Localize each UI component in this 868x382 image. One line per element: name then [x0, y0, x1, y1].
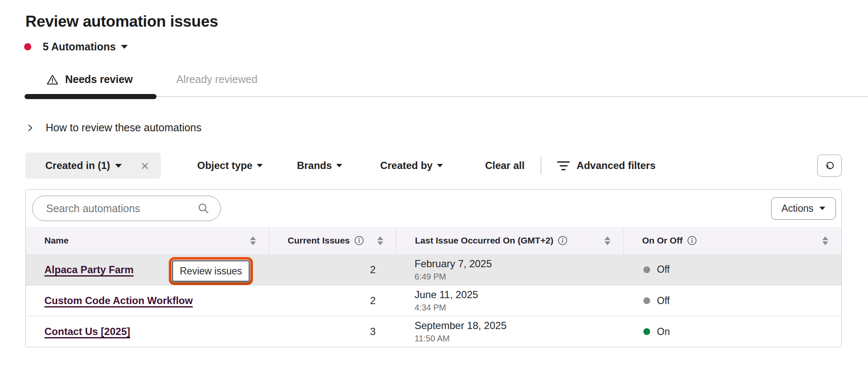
chevron-right-icon	[26, 124, 34, 132]
column-label: Last Issue Occurred On (GMT+2)	[415, 235, 553, 246]
search-wrap	[32, 196, 221, 221]
column-header-current-issues: Current Issues	[269, 227, 396, 254]
search-input[interactable]	[32, 196, 221, 221]
status-label: Off	[657, 264, 670, 275]
filter-object-type-label: Object type	[197, 160, 253, 172]
chevron-down-icon	[257, 164, 263, 167]
filter-created-by[interactable]: Created by	[380, 160, 443, 172]
current-issues-value: 2	[269, 254, 396, 285]
last-issue-time: 11:50 AM	[415, 334, 450, 343]
automations-table-card: Actions Name Current Issues	[25, 189, 842, 347]
column-header-on-or-off: On Or Off	[623, 227, 841, 254]
column-header-last-issue: Last Issue Occurred On (GMT+2)	[396, 227, 623, 254]
column-header-name: Name	[26, 227, 269, 254]
reset-view-button[interactable]	[817, 155, 842, 177]
chevron-down-icon	[121, 45, 128, 49]
review-issues-highlight-box: Review issues	[169, 257, 253, 285]
sort-toggle[interactable]	[250, 236, 256, 245]
chevron-down-icon	[336, 164, 342, 167]
warning-icon	[47, 74, 58, 85]
status-label: Off	[657, 295, 670, 307]
chevron-down-icon	[437, 164, 443, 167]
last-issue-time: 6:49 PM	[415, 272, 446, 282]
tab-bar: Needs review Already reviewed	[47, 73, 868, 86]
info-icon[interactable]	[558, 235, 568, 246]
filter-brands[interactable]: Brands	[297, 160, 342, 172]
undo-icon	[824, 160, 835, 172]
automation-count-dropdown[interactable]: 5 Automations	[24, 41, 868, 53]
info-icon[interactable]	[354, 235, 364, 246]
tab-needs-review[interactable]: Needs review	[47, 73, 133, 86]
table-toolbar: Actions	[26, 190, 841, 227]
last-issue-date: June 11, 2025	[415, 289, 478, 301]
column-label: On Or Off	[642, 235, 683, 246]
active-tab-indicator	[25, 94, 157, 99]
tab-underline	[0, 94, 868, 100]
remove-filter-icon[interactable]: ×	[140, 158, 149, 173]
page-title: Review automation issues	[25, 13, 868, 30]
filter-created-in[interactable]: Created in (1) ×	[25, 152, 161, 179]
status-dot	[643, 297, 650, 304]
current-issues-value: 2	[269, 285, 396, 316]
advanced-filters-label: Advanced filters	[577, 160, 656, 172]
review-automation-issues-page: Review automation issues 5 Automations N…	[0, 13, 868, 382]
review-issues-button[interactable]: Review issues	[172, 260, 250, 282]
current-issues-value: 3	[269, 316, 396, 347]
column-label: Name	[44, 235, 69, 246]
howto-label: How to review these automations	[46, 122, 201, 134]
tab-already-reviewed[interactable]: Already reviewed	[176, 73, 258, 86]
table-row: Alpaca Party Farm Review issues 2 Februa…	[26, 254, 841, 285]
divider	[541, 157, 541, 174]
last-issue-date: September 18, 2025	[415, 320, 507, 332]
tab-label: Already reviewed	[176, 73, 258, 86]
filter-created-by-label: Created by	[380, 160, 433, 172]
tab-label: Needs review	[65, 73, 133, 86]
actions-button[interactable]: Actions	[771, 197, 836, 220]
clear-all-button[interactable]: Clear all	[485, 160, 525, 172]
filter-bar: Created in (1) × Object type Brands Crea…	[25, 152, 868, 179]
search-icon	[197, 202, 210, 215]
last-issue-time: 4:34 PM	[415, 303, 446, 313]
howto-disclosure[interactable]: How to review these automations	[26, 122, 868, 134]
clear-all-label: Clear all	[485, 160, 525, 172]
table-header-row: Name Current Issues Last Issue Occurred …	[26, 227, 841, 254]
automation-count-label: 5 Automations	[43, 41, 116, 53]
sort-toggle[interactable]	[822, 236, 828, 245]
chevron-down-icon	[819, 207, 825, 210]
advanced-filters-button[interactable]: Advanced filters	[557, 160, 656, 172]
status-label: On	[657, 326, 670, 338]
info-icon[interactable]	[687, 235, 697, 246]
automation-link[interactable]: Contact Us [2025]	[44, 326, 130, 338]
column-label: Current Issues	[288, 235, 350, 246]
automation-link[interactable]: Alpaca Party Farm	[44, 264, 134, 276]
red-dot-icon	[24, 43, 31, 50]
last-issue-date: February 7, 2025	[415, 258, 492, 270]
automation-link[interactable]: Custom Code Action Workflow	[44, 295, 193, 307]
sort-toggle[interactable]	[377, 236, 383, 245]
filter-created-in-label: Created in (1)	[45, 160, 110, 172]
table-row: Contact Us [2025] 3 September 18, 2025 1…	[26, 316, 841, 347]
filter-icon	[557, 161, 570, 170]
chevron-down-icon	[115, 164, 122, 168]
sort-toggle[interactable]	[604, 236, 610, 245]
filter-object-type[interactable]: Object type	[197, 160, 263, 172]
actions-label: Actions	[782, 203, 813, 214]
filter-brands-label: Brands	[297, 160, 332, 172]
table-row: Custom Code Action Workflow 2 June 11, 2…	[26, 285, 841, 316]
status-dot	[643, 266, 650, 273]
status-dot	[643, 328, 650, 335]
